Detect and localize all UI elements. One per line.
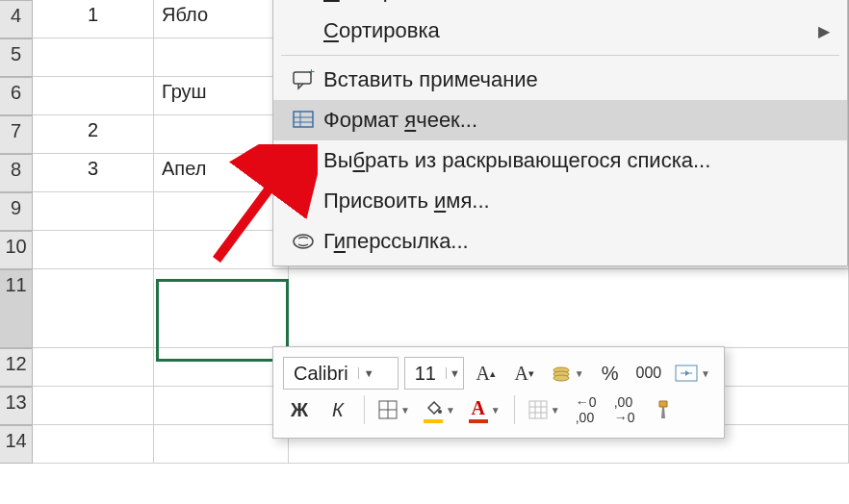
cell[interactable] (154, 115, 289, 154)
row-header[interactable]: 9 (0, 192, 33, 231)
svg-point-11 (553, 375, 569, 381)
row-header[interactable]: 6 (0, 77, 33, 115)
accounting-format-button[interactable]: ▼ (547, 357, 588, 390)
menu-item-filter[interactable]: Фильтр ▶ (273, 0, 847, 11)
menu-label: Формат ячеек... (323, 108, 830, 133)
decrease-font-button[interactable]: A▾ (508, 357, 541, 390)
cell[interactable] (33, 269, 154, 348)
menu-item-sort[interactable]: Сортировка ▶ (273, 11, 847, 51)
font-name-combo[interactable]: Calibri ▼ (283, 357, 399, 390)
decrease-decimal-button[interactable]: ,00→0 (608, 393, 641, 426)
cell[interactable] (33, 192, 154, 231)
cell[interactable] (154, 348, 289, 387)
row-header[interactable]: 11 (0, 269, 33, 348)
toolbar-separator (364, 395, 365, 424)
chevron-down-icon: ▼ (400, 405, 410, 416)
chevron-down-icon: ▼ (701, 368, 710, 379)
grid-icon (528, 400, 548, 419)
merge-cells-button[interactable]: ▼ (671, 357, 714, 390)
menu-item-pick-from-list[interactable]: Выбрать из раскрывающегося списка... (273, 140, 847, 181)
font-size-combo[interactable]: 11 ▼ (404, 357, 464, 390)
format-painter-button[interactable] (647, 393, 680, 426)
row-header[interactable]: 14 (0, 425, 33, 464)
comma-format-button[interactable]: 000 (632, 357, 666, 390)
svg-point-17 (438, 410, 442, 414)
row-header[interactable]: 10 (0, 231, 33, 269)
mini-toolbar: Calibri ▼ 11 ▼ A▴ A▾ ▼ % 000 ▼ Ж К ▼ (272, 346, 725, 439)
cell[interactable] (33, 77, 154, 115)
row-header[interactable]: 13 (0, 387, 33, 425)
menu-label: Вставить примечание (323, 67, 830, 92)
cell[interactable] (154, 38, 289, 77)
font-name-value: Calibri (284, 363, 358, 385)
svg-marker-13 (685, 370, 689, 376)
cell[interactable]: 1 (33, 0, 154, 38)
menu-label: Сортировка (323, 18, 818, 43)
chevron-down-icon: ▼ (446, 405, 455, 416)
row-header[interactable]: 8 (0, 154, 33, 192)
borders-grid-button[interactable]: ▼ (525, 393, 564, 426)
cell[interactable] (289, 269, 849, 348)
borders-button[interactable]: ▼ (374, 393, 414, 426)
cell[interactable] (33, 387, 154, 425)
cell[interactable] (154, 425, 289, 464)
cell[interactable]: 3 (33, 154, 154, 192)
cell[interactable] (33, 231, 154, 269)
menu-separator (281, 55, 839, 56)
svg-rect-18 (529, 401, 547, 418)
row-header[interactable]: 12 (0, 348, 33, 387)
cell[interactable] (33, 425, 154, 464)
cell[interactable] (154, 387, 289, 425)
toolbar-separator (514, 395, 515, 424)
font-color-icon: A (469, 397, 488, 423)
cell[interactable] (33, 348, 154, 387)
percent-format-button[interactable]: % (594, 357, 627, 390)
cell[interactable] (154, 192, 289, 231)
row-header[interactable]: 7 (0, 115, 33, 154)
context-menu: Фильтр ▶ Сортировка ▶ + Вставить примеча… (272, 0, 848, 266)
submenu-arrow-icon: ▶ (818, 22, 830, 40)
chevron-down-icon: ▼ (575, 368, 584, 379)
row-header[interactable]: 4 (0, 0, 33, 38)
cell[interactable] (33, 38, 154, 77)
cell[interactable]: Апел (154, 154, 289, 192)
increase-font-button[interactable]: A▴ (470, 357, 502, 390)
menu-item-define-name[interactable]: Присвоить имя... (273, 181, 847, 221)
row-header[interactable]: 5 (0, 38, 33, 77)
fill-color-button[interactable]: ▼ (420, 393, 459, 426)
chevron-down-icon: ▼ (491, 405, 501, 416)
merge-icon (675, 365, 698, 382)
hyperlink-icon (283, 232, 323, 251)
cell[interactable]: Ябло (154, 0, 289, 38)
menu-label: Выбрать из раскрывающегося списка... (323, 148, 830, 173)
font-size-value: 11 (405, 363, 446, 385)
menu-label: Фильтр (323, 0, 818, 3)
increase-decimal-icon: ←0,00 (576, 394, 597, 425)
svg-text:+: + (308, 69, 315, 79)
cell[interactable] (154, 269, 289, 348)
font-color-button[interactable]: A ▼ (465, 393, 504, 426)
chevron-down-icon: ▼ (358, 367, 379, 379)
cell[interactable]: Груш (154, 77, 289, 115)
menu-item-hyperlink[interactable]: Гиперссылка... (273, 221, 847, 262)
cell[interactable] (154, 231, 289, 269)
currency-icon (551, 365, 572, 382)
decrease-decimal-icon: ,00→0 (614, 394, 635, 425)
menu-item-insert-comment[interactable]: + Вставить примечание (273, 60, 847, 100)
comment-icon: + (283, 69, 323, 90)
borders-icon (378, 400, 398, 419)
cell[interactable]: 2 (33, 115, 154, 154)
chevron-down-icon: ▼ (551, 405, 560, 416)
bold-button[interactable]: Ж (283, 393, 316, 426)
menu-item-format-cells[interactable]: Формат ячеек... (273, 100, 847, 140)
menu-label: Присвоить имя... (323, 189, 830, 214)
menu-label: Гиперссылка... (323, 229, 830, 254)
fill-bucket-icon (424, 397, 443, 423)
increase-decimal-button[interactable]: ←0,00 (570, 393, 603, 426)
format-cells-icon (283, 110, 323, 131)
svg-rect-2 (294, 112, 313, 127)
italic-button[interactable]: К (322, 393, 354, 426)
paintbrush-icon (654, 399, 673, 420)
chevron-down-icon: ▼ (446, 367, 463, 379)
